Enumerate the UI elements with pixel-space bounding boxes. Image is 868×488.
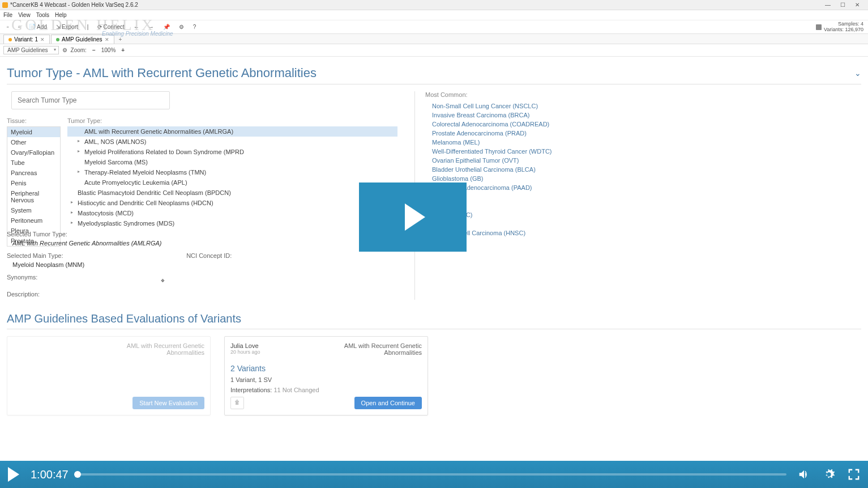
toolbar-pin-icon[interactable]: 📌 <box>161 23 172 31</box>
common-tumor-link[interactable]: Invasive Breast Carcinoma (BRCA) <box>425 111 861 120</box>
menu-help[interactable]: Help <box>55 12 67 18</box>
maximize-button[interactable]: ☐ <box>839 1 846 9</box>
common-tumor-link[interactable]: Prostate Adenocarcinoma (PRAD) <box>425 129 861 138</box>
tumor-type-item[interactable]: AML with Recurrent Genetic Abnormalities… <box>67 126 397 137</box>
toolbar-connect[interactable]: ⟳Connect <box>95 23 126 31</box>
common-tumor-link[interactable]: ARCNOS) <box>425 192 861 201</box>
menu-tools[interactable]: Tools <box>36 12 49 18</box>
common-tumor-link[interactable]: Non-Small Cell Lung Cancer (NSCLC) <box>425 101 861 111</box>
toolbar-export[interactable]: ⇲Export <box>54 23 80 31</box>
toolbar: GOLDEN HELIX Enabling Precision Medicine… <box>0 20 868 34</box>
tumor-type-item[interactable]: ▸Therapy-Related Myeloid Neoplasms (TMN) <box>67 167 397 177</box>
toolbar-settings-icon[interactable]: ⚙ <box>177 23 186 31</box>
tissue-item[interactable]: Other <box>7 137 60 147</box>
toolbar-nav-back[interactable]: ← <box>131 23 142 31</box>
common-tumor-link[interactable]: Colorectal Adenocarcinoma (COADREAD) <box>425 120 861 129</box>
card-timestamp: 20 hours ago <box>230 349 343 355</box>
card-tumor-type: AML with Recurrent Genetic Abnormalities <box>343 342 422 356</box>
common-tumor-link[interactable]: sm (LNM) <box>425 219 861 228</box>
tissue-item[interactable]: Peripheral Nervous <box>7 188 60 205</box>
tissue-item[interactable]: System <box>7 205 60 215</box>
close-button[interactable]: ✕ <box>853 1 861 9</box>
video-play-overlay[interactable] <box>359 183 467 252</box>
tumor-type-item[interactable]: Acute Promyelocytic Leukemia (APL) <box>67 177 397 188</box>
fullscreen-icon[interactable] <box>848 468 860 481</box>
toolbar-add[interactable]: 📄Add <box>27 23 49 31</box>
tab-amp-guidelines[interactable]: AMP Guidelines ✕ <box>51 35 114 44</box>
collapse-chevron-icon[interactable]: ⌄ <box>854 69 861 78</box>
toolbar-help-icon[interactable]: ? <box>191 23 199 31</box>
tumor-type-list[interactable]: AML with Recurrent Genetic Abnormalities… <box>67 126 403 228</box>
view-dropdown[interactable]: AMP Guidelines <box>3 46 59 54</box>
variants-breakdown: 1 Variant, 1 SV <box>230 376 422 383</box>
tumor-type-item[interactable]: ▸Mastocytosis (MCD) <box>67 208 397 218</box>
play-button[interactable] <box>8 467 19 482</box>
tissue-item[interactable]: Pancreas <box>7 168 60 178</box>
tissue-item[interactable]: Peritoneum <box>7 215 60 226</box>
common-tumor-link[interactable]: Bladder Urothelial Carcinoma (BLCA) <box>425 165 861 174</box>
selected-main-value: Myeloid Neoplasm (MNM) <box>12 261 84 268</box>
tumor-type-item[interactable]: ▸Histiocytic and Dendritic Cell Neoplasm… <box>67 198 397 208</box>
toolbar-nav-fwd[interactable]: → <box>146 23 156 31</box>
tissue-item[interactable]: Tube <box>7 158 60 168</box>
play-icon <box>405 203 425 231</box>
minimize-button[interactable]: — <box>824 1 832 9</box>
search-tumor-input[interactable] <box>11 91 170 109</box>
zoom-label: Zoom: <box>71 47 87 53</box>
tissue-item[interactable]: Myeloid <box>7 127 60 137</box>
selected-main-label: Selected Main Type: <box>7 252 84 259</box>
most-common-label: Most Common: <box>425 91 861 98</box>
delete-evaluation-button[interactable]: 🗑 <box>230 397 244 409</box>
tumor-type-item[interactable]: ▸Myelodysplastic Syndromes (MDS) <box>67 218 397 228</box>
tissue-item[interactable]: Ovary/Fallopian <box>7 147 60 158</box>
tab-close-icon[interactable]: ✕ <box>105 37 109 43</box>
common-tumor-link[interactable]: Well-Differentiated Thyroid Cancer (WDTC… <box>425 147 861 156</box>
menu-view[interactable]: View <box>18 12 31 18</box>
synonyms-label: Synonyms: <box>7 274 403 281</box>
tissue-list[interactable]: MyeloidOtherOvary/FallopianTubePancreasP… <box>7 126 61 247</box>
evaluations-section-title: AMP Guidelines Based Evaluations of Vari… <box>7 304 861 329</box>
samples-info: Samples: 4 Variants: 126,970 <box>816 22 863 33</box>
common-tumor-link[interactable]: inoma (UCEC) <box>425 210 861 219</box>
window-title: *CancerKB 4 Webcast - Golden Helix VarSe… <box>10 2 824 8</box>
common-tumor-link[interactable]: Ovarian Epithelial Tumor (OVT) <box>425 156 861 165</box>
menu-file[interactable]: File <box>3 12 12 18</box>
toolbar-new-icon[interactable]: ▫ <box>5 23 11 31</box>
open-and-continue-button[interactable]: Open and Continue <box>354 397 422 409</box>
settings-small-icon[interactable]: ⚙ <box>62 47 67 53</box>
tumor-type-item[interactable]: Blastic Plasmacytoid Dendritic Cell Neop… <box>67 188 397 198</box>
tab-variant[interactable]: Variant: 1 ✕ <box>3 35 50 44</box>
titlebar: *CancerKB 4 Webcast - Golden Helix VarSe… <box>0 0 868 10</box>
common-tumor-link[interactable]: quamous Cell Carcinoma (HNSC) <box>425 228 861 237</box>
common-tumor-link[interactable]: oma (RCC) <box>425 201 861 210</box>
volume-icon[interactable] <box>798 468 810 481</box>
common-tumor-link[interactable]: Melanoma (MEL) <box>425 138 861 147</box>
tab-add-button[interactable]: + <box>116 35 126 44</box>
toolbar-sep1: | <box>85 23 91 31</box>
tumor-type-item[interactable]: ▸AML, NOS (AMLNOS) <box>67 137 397 147</box>
progress-handle[interactable] <box>74 471 81 478</box>
video-time: 1:00:47 <box>31 468 69 481</box>
zoom-in-button[interactable]: + <box>119 47 127 53</box>
tumor-type-item[interactable]: Myeloid Sarcoma (MS) <box>67 157 397 167</box>
tab-close-icon[interactable]: ✕ <box>40 37 45 43</box>
tissue-item[interactable]: Penis <box>7 178 60 188</box>
video-progress-bar[interactable] <box>74 473 786 476</box>
variants-count-link[interactable]: 2 Variants <box>230 364 422 373</box>
toolbar-open-icon[interactable]: ▫ <box>16 23 23 31</box>
start-new-evaluation-button[interactable]: Start New Evaluation <box>132 397 204 409</box>
tumor-type-item[interactable]: ▸Myeloid Proliferations Related to Down … <box>67 147 397 157</box>
main-content: Tumor Type - AML with Recurrent Genetic … <box>0 57 868 461</box>
tab-dot-icon <box>56 38 59 41</box>
samples-icon <box>816 24 822 30</box>
common-tumor-link[interactable]: Glioblastoma (GB) <box>425 174 861 183</box>
settings-gear-icon[interactable] <box>823 468 835 481</box>
tumor-type-section-title: Tumor Type - AML with Recurrent Genetic … <box>7 61 861 84</box>
common-tumor-link[interactable]: Pancreatic Adenocarcinoma (PAAD) <box>425 183 861 192</box>
tab-label: Variant: 1 <box>14 36 38 43</box>
zoom-value: 100% <box>101 47 116 53</box>
zoom-out-button[interactable]: − <box>90 47 98 53</box>
tabs-row: Variant: 1 ✕ AMP Guidelines ✕ + <box>0 34 868 44</box>
nci-concept-label: NCI Concept ID: <box>186 252 232 259</box>
evaluation-card-existing: Julia Love 20 hours ago AML with Recurre… <box>224 336 428 415</box>
